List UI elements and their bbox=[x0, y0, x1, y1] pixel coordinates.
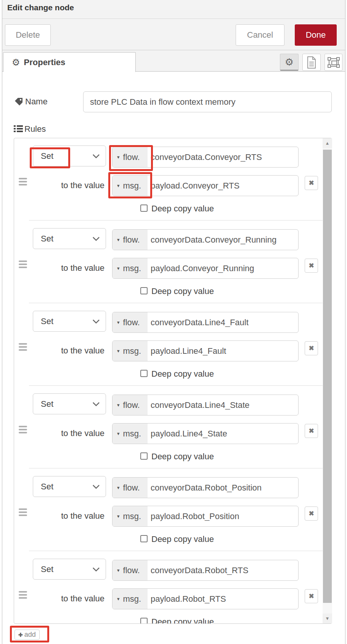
tab-properties[interactable]: ⚙ Properties bbox=[3, 52, 136, 72]
rule-action-select[interactable]: Set bbox=[33, 393, 106, 414]
delete-button[interactable]: Delete bbox=[5, 24, 51, 46]
rules-scrollbar[interactable]: ▲ ▼ bbox=[323, 138, 332, 623]
deep-copy-label: Deep copy value bbox=[151, 369, 214, 379]
value-type-button[interactable]: ▾ msg. bbox=[112, 258, 148, 278]
add-rule-label: add bbox=[24, 631, 36, 639]
rule-action-select[interactable]: Set bbox=[33, 228, 106, 249]
value-type-button[interactable]: ▾ msg. bbox=[112, 506, 148, 526]
delete-rule-button[interactable]: ✖ bbox=[305, 507, 318, 521]
target-type-label: flow. bbox=[123, 235, 140, 245]
rule-value-field: ▾ msg. payload.Robot_RTS bbox=[112, 588, 299, 609]
target-path-input[interactable]: conveyorData.Robot_RTS bbox=[148, 560, 298, 580]
to-the-value-label: to the value bbox=[14, 511, 104, 521]
target-type-label: flow. bbox=[123, 400, 140, 410]
done-button[interactable]: Done bbox=[295, 24, 337, 46]
cancel-button[interactable]: Cancel bbox=[236, 24, 284, 46]
edit-change-node-dialog: Edit change node Delete Cancel Done ⚙ Pr… bbox=[2, 0, 345, 644]
delete-rule-button[interactable]: ✖ bbox=[305, 424, 318, 438]
deep-copy-label: Deep copy value bbox=[151, 452, 214, 462]
chevron-down-icon bbox=[92, 319, 100, 324]
target-type-button[interactable]: ▾ flow. bbox=[112, 478, 148, 498]
value-type-button[interactable]: ▾ msg. bbox=[112, 423, 148, 444]
rule-action-label: Set bbox=[33, 399, 53, 409]
target-type-button[interactable]: ▾ flow. bbox=[112, 560, 148, 580]
value-type-button[interactable]: ▾ msg. bbox=[112, 176, 148, 196]
rule-action-select[interactable]: Set bbox=[33, 145, 106, 166]
delete-rule-button[interactable]: ✖ bbox=[305, 589, 318, 603]
node-settings-button[interactable]: ⚙ bbox=[280, 54, 299, 71]
scrollbar-thumb[interactable] bbox=[323, 150, 332, 603]
rule-value-field: ▾ msg. payload.Conveyor_RTS bbox=[112, 175, 299, 196]
value-path-input[interactable]: payload.Line4_Fault bbox=[148, 341, 298, 361]
node-description-button[interactable] bbox=[302, 54, 321, 71]
dropdown-triangle-icon: ▾ bbox=[117, 513, 120, 519]
target-type-button[interactable]: ▾ flow. bbox=[112, 312, 148, 332]
to-the-value-label: to the value bbox=[14, 346, 104, 356]
add-rule-button[interactable]: ✚ add bbox=[14, 630, 40, 640]
rules-list: Set ▾ flow. conveyorData.Conveyor_RTS to… bbox=[14, 138, 323, 623]
delete-rule-button[interactable]: ✖ bbox=[305, 259, 318, 273]
to-the-value-label: to the value bbox=[14, 594, 104, 604]
tab-bar: ⚙ Properties ⚙ bbox=[2, 50, 345, 72]
target-type-label: flow. bbox=[123, 566, 140, 575]
target-path-input[interactable]: conveyorData.Line4_Fault bbox=[148, 312, 298, 332]
target-path-input[interactable]: conveyorData.Robot_Position bbox=[148, 478, 298, 498]
document-icon bbox=[307, 56, 316, 69]
target-type-label: flow. bbox=[123, 152, 140, 162]
value-type-label: msg. bbox=[123, 511, 141, 521]
deep-copy-checkbox[interactable] bbox=[140, 287, 148, 294]
value-path-input[interactable]: payload.Robot_RTS bbox=[148, 589, 298, 609]
name-input[interactable] bbox=[83, 91, 332, 112]
delete-rule-button[interactable]: ✖ bbox=[305, 176, 318, 190]
value-type-label: msg. bbox=[123, 181, 141, 191]
value-type-button[interactable]: ▾ msg. bbox=[112, 341, 148, 361]
target-type-button[interactable]: ▾ flow. bbox=[112, 230, 148, 250]
deep-copy-label: Deep copy value bbox=[151, 204, 214, 214]
value-type-label: msg. bbox=[123, 594, 141, 604]
dropdown-triangle-icon: ▾ bbox=[117, 596, 120, 602]
rule-target-field: ▾ flow. conveyorData.Robot_Position bbox=[112, 477, 299, 498]
deep-copy-checkbox[interactable] bbox=[140, 618, 148, 623]
to-the-value-label: to the value bbox=[14, 428, 104, 438]
rule-separator bbox=[29, 220, 323, 221]
rule-action-label: Set bbox=[33, 151, 53, 161]
scroll-down-arrow[interactable]: ▼ bbox=[323, 614, 332, 623]
target-path-input[interactable]: conveyorData.Line4_State bbox=[148, 395, 298, 415]
rule-action-select[interactable]: Set bbox=[33, 476, 106, 497]
value-type-button[interactable]: ▾ msg. bbox=[112, 589, 148, 609]
dropdown-triangle-icon: ▾ bbox=[117, 320, 120, 325]
deep-copy-checkbox[interactable] bbox=[140, 370, 148, 377]
rule-row: Set ▾ flow. conveyorData.Conveyor_RTS to… bbox=[14, 145, 322, 228]
chevron-down-icon bbox=[92, 567, 100, 572]
deep-copy-checkbox[interactable] bbox=[140, 535, 148, 542]
target-path-input[interactable]: conveyorData.Conveyor_RTS bbox=[148, 147, 298, 167]
rule-action-select[interactable]: Set bbox=[33, 311, 106, 332]
rule-row: Set ▾ flow. conveyorData.Line4_State to … bbox=[14, 393, 322, 476]
gear-icon: ⚙ bbox=[12, 58, 20, 67]
value-path-input[interactable]: payload.Conveyor_RTS bbox=[148, 176, 298, 196]
delete-rule-button[interactable]: ✖ bbox=[305, 341, 318, 355]
target-type-button[interactable]: ▾ flow. bbox=[112, 147, 148, 167]
value-path-input[interactable]: payload.Robot_Position bbox=[148, 506, 298, 526]
target-path-input[interactable]: conveyorData.Conveyor_Running bbox=[148, 230, 298, 250]
value-path-input[interactable]: payload.Line4_State bbox=[148, 423, 298, 444]
scroll-up-arrow[interactable]: ▲ bbox=[323, 138, 332, 148]
value-type-label: msg. bbox=[123, 429, 141, 439]
dropdown-triangle-icon: ▾ bbox=[117, 237, 120, 243]
rule-row: Set ▾ flow. conveyorData.Robot_RTS to th… bbox=[14, 559, 322, 623]
to-the-value-label: to the value bbox=[14, 263, 104, 273]
rule-value-field: ▾ msg. payload.Robot_Position bbox=[112, 506, 299, 527]
node-appearance-button[interactable] bbox=[325, 54, 342, 71]
dropdown-triangle-icon: ▾ bbox=[117, 431, 120, 436]
plus-icon: ✚ bbox=[18, 632, 23, 638]
chevron-down-icon bbox=[92, 484, 100, 489]
rule-target-field: ▾ flow. conveyorData.Robot_RTS bbox=[112, 560, 299, 581]
value-path-input[interactable]: payload.Conveyor_Running bbox=[148, 258, 298, 278]
deep-copy-checkbox[interactable] bbox=[140, 205, 148, 212]
chevron-down-icon bbox=[92, 153, 100, 159]
name-label: Name bbox=[25, 97, 48, 107]
rule-row: Set ▾ flow. conveyorData.Robot_Position … bbox=[14, 476, 322, 559]
target-type-button[interactable]: ▾ flow. bbox=[112, 395, 148, 415]
deep-copy-checkbox[interactable] bbox=[140, 452, 148, 460]
rule-action-select[interactable]: Set bbox=[33, 559, 106, 580]
